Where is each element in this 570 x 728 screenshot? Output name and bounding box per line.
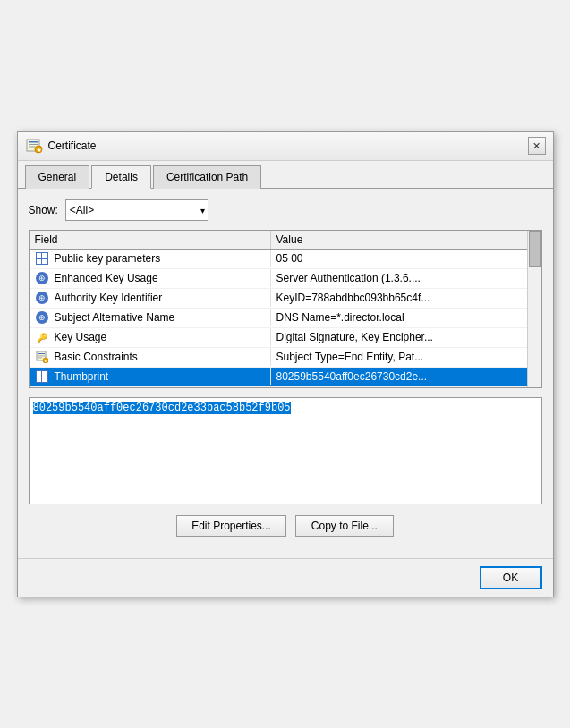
svg-rect-2 — [29, 144, 38, 145]
col-header-value: Value — [271, 231, 541, 249]
show-label: Show: — [29, 204, 58, 216]
cell-field: ★ Basic Constraints — [30, 348, 271, 366]
enhanced-icon: ⊕ — [35, 271, 49, 285]
scrollbar-track[interactable] — [527, 231, 541, 387]
grid-icon — [35, 251, 49, 266]
edit-properties-button[interactable]: Edit Properties... — [176, 515, 286, 537]
dialog-footer: OK — [18, 558, 553, 597]
cell-field: Public key parameters — [30, 250, 271, 267]
tab-bar: General Details Certification Path — [18, 161, 553, 189]
title-bar: ★ Certificate ✕ — [18, 132, 553, 161]
copy-to-file-button[interactable]: Copy to File... — [295, 515, 394, 537]
table-header: Field Value — [30, 231, 541, 250]
dialog-title: Certificate — [48, 140, 97, 152]
svg-rect-9 — [38, 358, 42, 359]
table-row[interactable]: ⊕ Authority Key Identifier KeyID=788abdb… — [30, 289, 541, 309]
cell-value: Digital Signature, Key Encipher... — [271, 329, 541, 345]
dialog-icon: ★ — [25, 137, 43, 155]
cert-icon: ★ — [35, 350, 49, 364]
action-buttons: Edit Properties... Copy to File... — [29, 515, 542, 537]
table-row[interactable]: ⊕ Subject Alternative Name DNS Name=*.di… — [30, 309, 541, 328]
grid-icon — [35, 369, 49, 384]
table-row[interactable]: ★ Basic Constraints Subject Type=End Ent… — [30, 348, 541, 368]
cell-field: ⊕ Subject Alternative Name — [30, 309, 271, 326]
table-body: Public key parameters 05 00 ⊕ Enhanced K… — [30, 250, 541, 387]
lock-icon: 🔑 — [35, 330, 49, 344]
table-row[interactable]: Public key parameters 05 00 — [30, 250, 541, 269]
tab-general[interactable]: General — [25, 165, 90, 189]
cell-field: ⊕ Enhanced Key Usage — [30, 269, 271, 287]
enhanced-icon: ⊕ — [35, 291, 49, 305]
cell-field: Thumbprint — [30, 368, 271, 385]
cell-value: DNS Name=*.director.local — [271, 309, 541, 326]
ok-button[interactable]: OK — [480, 566, 542, 589]
cell-value: 05 00 — [271, 250, 541, 267]
col-header-field: Field — [30, 231, 271, 249]
close-button[interactable]: ✕ — [528, 137, 546, 155]
tab-details[interactable]: Details — [91, 165, 151, 189]
table-row[interactable]: 🔑 Key Usage Digital Signature, Key Encip… — [30, 328, 541, 348]
cell-field: ⊕ Authority Key Identifier — [30, 289, 271, 307]
cell-value: Server Authentication (1.3.6.... — [271, 270, 541, 286]
cell-value: Subject Type=End Entity, Pat... — [271, 349, 541, 365]
cell-value: KeyID=788abdbbc093bb65c4f... — [271, 290, 541, 306]
dialog-content: Show: <All> Version 1 Fields Only Extens… — [18, 189, 553, 558]
show-select-wrapper[interactable]: <All> Version 1 Fields Only Extensions O… — [65, 199, 208, 221]
table-row[interactable]: Thumbprint 80259b5540aff0ec26730cd2e... — [30, 368, 541, 387]
certificate-dialog: ★ Certificate ✕ General Details Certific… — [17, 131, 554, 597]
svg-rect-3 — [29, 147, 35, 148]
fields-table: Field Value Public key parameters 05 00 — [29, 230, 542, 388]
value-box-content: 80259b5540aff0ec26730cd2e33bac58b52f9b05 — [33, 402, 291, 414]
table-row[interactable]: ⊕ Enhanced Key Usage Server Authenticati… — [30, 269, 541, 289]
value-box: 80259b5540aff0ec26730cd2e33bac58b52f9b05 — [29, 397, 542, 504]
tab-certification-path[interactable]: Certification Path — [153, 165, 261, 189]
scrollbar-thumb[interactable] — [529, 231, 541, 267]
svg-rect-1 — [29, 141, 38, 143]
svg-rect-8 — [38, 356, 45, 357]
enhanced-icon: ⊕ — [35, 310, 49, 325]
cell-field: 🔑 Key Usage — [30, 328, 271, 346]
svg-rect-7 — [38, 353, 45, 354]
show-select[interactable]: <All> Version 1 Fields Only Extensions O… — [65, 199, 208, 221]
cell-value: 80259b5540aff0ec26730cd2e... — [271, 368, 541, 385]
show-row: Show: <All> Version 1 Fields Only Extens… — [29, 199, 542, 221]
svg-text:★: ★ — [44, 359, 47, 363]
title-bar-left: ★ Certificate — [25, 137, 97, 155]
